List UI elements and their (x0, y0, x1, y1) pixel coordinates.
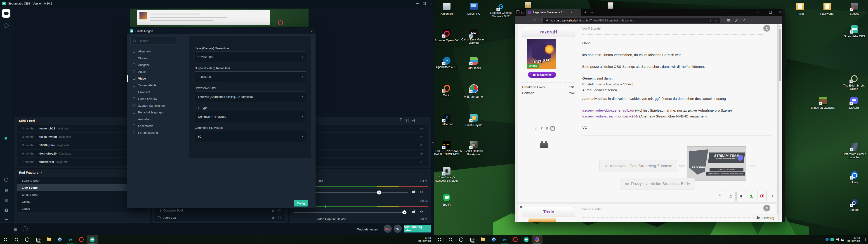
obs-maximize-button[interactable] (421, 0, 428, 7)
widgets-test-label[interactable]: Widgets testen (357, 227, 378, 231)
desktop-icon-ghost-recon[interactable]: ☠Ghost Recon® Breakpoint (461, 141, 487, 156)
show-desktop-button[interactable] (867, 235, 868, 244)
settings-nav-tastenbefehle[interactable]: Tastenbefehle (130, 82, 185, 89)
share-icon[interactable]: ↗ (741, 18, 747, 23)
tray-teamspeak-icon[interactable] (826, 238, 829, 241)
desktop-icon-streamlabs-obs[interactable]: Streamlabs OBS (841, 25, 868, 38)
desktop-icon-speccy[interactable]: Speccy (841, 3, 868, 16)
desktop-icon-partial[interactable] (525, 2, 531, 8)
reload-button[interactable]: ⟳ (532, 17, 538, 23)
settings-nav-erweitert[interactable]: Erweitert (130, 89, 185, 95)
source-row-alert-box[interactable]: Alert Box (155, 214, 285, 221)
desktop-icon-dieser-pc[interactable]: Dieser PC (461, 3, 487, 16)
lock-icon[interactable] (272, 210, 274, 212)
teamspeak-icon[interactable] (488, 235, 499, 244)
replay-buffer-icon[interactable]: ⟲ (394, 224, 402, 233)
file-explorer-icon[interactable] (477, 235, 488, 244)
quote-button[interactable]: “ (716, 191, 725, 201)
action-center-icon[interactable] (862, 238, 866, 241)
tab-list-chevron-icon[interactable]: ∨ (590, 10, 594, 15)
thumbs-down-button[interactable] (757, 191, 767, 201)
desktop-icon-eso[interactable]: The Elder Scrolls Online (841, 74, 867, 91)
opera-icon[interactable] (76, 235, 87, 244)
report-button[interactable]: ⚠ (726, 191, 736, 201)
edge-icon[interactable]: e (65, 235, 76, 244)
desktop-icon-opera-gx[interactable]: Browser Opera GX (434, 29, 460, 42)
pin-button[interactable] (737, 191, 746, 201)
sidebar-themes-icon[interactable] (4, 23, 9, 28)
desktop-icon-bluestacks[interactable]: BlueStacks (461, 57, 487, 70)
desktop-icon-minecraft[interactable]: Minecraft Launcher (810, 97, 836, 110)
speaker-icon[interactable] (412, 191, 414, 193)
feed-refresh-icon[interactable]: ⟳ (420, 160, 423, 164)
forward-button[interactable]: → (524, 17, 531, 23)
footer-info-icon[interactable]: i (23, 226, 28, 231)
desktop-icon-openoffice[interactable]: ~OpenOffice 4.1.5 (434, 57, 460, 69)
settings-nav-szenen-sammlungen[interactable]: Szenen-Sammlungen (130, 102, 185, 109)
mixer-channel2-settings-gear-icon[interactable]: ⚙ (420, 210, 423, 214)
settings-done-button[interactable]: Fertig (294, 200, 308, 207)
mixer-channel1-settings-gear-icon[interactable]: ⚙ (420, 190, 423, 194)
mini-feed-skip-icon[interactable] (412, 119, 415, 122)
guide-link-2[interactable]: trzcrew.tv/obs-streaming-uber-x264/ (582, 114, 638, 118)
chat-button[interactable]: Chat (3) (754, 214, 782, 222)
library-icon[interactable] (725, 18, 732, 23)
record-button[interactable]: REC (383, 224, 392, 233)
sidebar-logout-icon[interactable]: ↪ (4, 217, 8, 221)
speaker-icon[interactable] (412, 211, 414, 213)
desktop-icon-passwoerter[interactable]: Passwörter (814, 3, 840, 16)
eye-slash-icon[interactable] (278, 216, 281, 219)
guide-link-1[interactable]: trzcrew.tv/der-obs-szenenaufbau/ (582, 109, 634, 112)
browser-minimize-button[interactable] (754, 9, 763, 16)
fps-type-select[interactable]: Common FPS Values ▾ (195, 111, 306, 122)
sidebar-recent-icon[interactable] (4, 178, 8, 182)
mixer-channel1-slider-knob[interactable]: ◂▸ (377, 190, 381, 194)
tab-close-icon[interactable]: × (571, 11, 572, 14)
desktop-icon-msi-afterburner[interactable]: MSI Afterburner (461, 84, 487, 98)
base-resolution-select[interactable]: 1920x1080 ▾ (195, 52, 306, 62)
settings-nav-facemasks[interactable]: Facemasks (130, 122, 185, 129)
tray-volume-icon[interactable] (835, 238, 839, 241)
feed-refresh-icon[interactable]: ⟳ (420, 152, 423, 155)
settings-nav-fernbedienung[interactable]: Fernbedienung (130, 129, 185, 136)
signature-button-broadcast-bude[interactable]: Razzy's verrückte Broadcast-Bude (620, 178, 695, 190)
dialog-minimize-button[interactable] (293, 28, 300, 34)
downscale-filter-select[interactable]: Lanczos (Sharpened scaling, 32 samples) … (195, 91, 306, 102)
feed-refresh-icon[interactable]: ⟳ (420, 135, 423, 139)
obs-minimize-button[interactable] (414, 0, 421, 7)
common-fps-select[interactable]: 60 ▾ (195, 131, 306, 142)
scrollbar-up-arrow[interactable]: ∧ (779, 25, 781, 28)
lock-icon[interactable] (272, 217, 274, 219)
instagram-icon[interactable] (550, 126, 555, 131)
teamspeak-icon[interactable] (54, 235, 65, 244)
mixer-channel2-slider-knob[interactable]: ◂▸ (402, 210, 406, 214)
sidebar-dock-icon[interactable]: ▥ (4, 199, 8, 203)
url-bar[interactable]: https://streamtalk.de/index.php/Thread/3… (544, 18, 720, 23)
start-button[interactable] (434, 235, 445, 244)
file-explorer-icon[interactable] (43, 235, 54, 244)
output-resolution-select[interactable]: 1280x720 ▾ (195, 71, 306, 82)
signature-banner[interactable]: TRZCREW STREAM-TEAM KOMMT AUFS DISCORD! … (687, 146, 746, 181)
desktop-icon-spotify[interactable]: Spotify (434, 194, 460, 207)
settings-nav-game-overlay[interactable]: Game-Overlay (130, 95, 185, 102)
browser-tab-active[interactable]: Lags beim Streamen - F × (526, 8, 581, 16)
settings-nav-allgemein[interactable]: Allgemein (130, 48, 185, 55)
taskbar-clock[interactable]: 17:18 31.03.2020 (845, 236, 860, 243)
new-tab-button[interactable]: + (583, 10, 588, 15)
search-input[interactable] (138, 39, 173, 43)
toolbar-tabs-icon[interactable] (521, 10, 525, 14)
sidebar-layout-icon[interactable]: ▦ (4, 188, 8, 192)
post1-author-name[interactable]: razoraH (522, 27, 575, 37)
thumbs-up-button[interactable] (747, 191, 756, 201)
desktop-icon-steam[interactable]: Steam (841, 199, 868, 212)
bookmark-star-icon[interactable]: ☆ (715, 19, 718, 22)
settings-search-box[interactable] (130, 37, 176, 45)
taskbar-clock[interactable]: 17:18 31.03.2020 (413, 236, 431, 243)
settings-nav-audio[interactable]: Audio (130, 68, 185, 75)
browser-maximize-button[interactable] (766, 9, 775, 16)
feed-refresh-icon[interactable]: ⟳ (420, 127, 423, 130)
desktop-icon-origin[interactable]: Origin (434, 84, 460, 97)
desktop-icon-cod-mw[interactable]: MWCall of Duty Modern Warfare (461, 29, 487, 45)
mini-feed-filter-icon[interactable] (399, 120, 402, 124)
edge-icon[interactable]: e (499, 235, 510, 244)
